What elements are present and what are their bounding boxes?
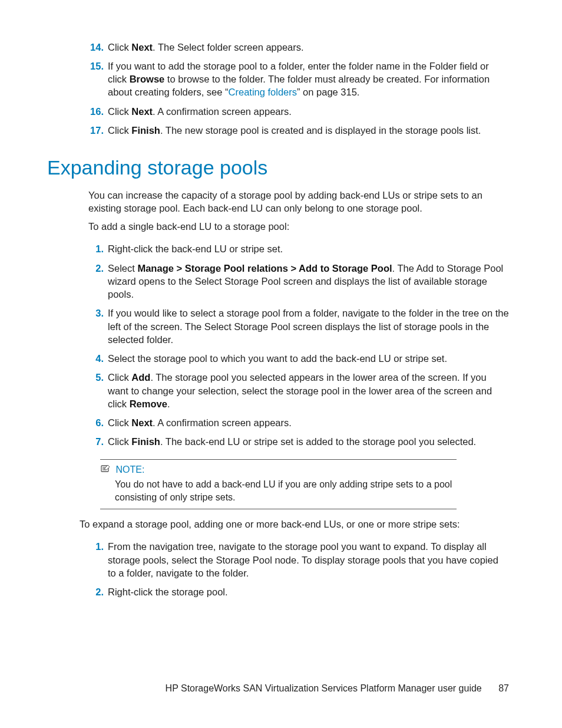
step-number: 7. [88,435,104,448]
step-number: 16. [88,105,104,118]
step-number: 4. [88,352,104,365]
step-number: 5. [88,371,104,384]
step-text: If you would like to select a storage po… [108,308,509,345]
note-rule-bottom [100,509,457,509]
step-5: 5. Click Add. The storage pool you selec… [88,371,509,410]
intro-paragraph-1: You can increase the capacity of a stora… [88,189,509,215]
step-3: 3. If you would like to select a storage… [88,307,509,346]
step-17: 17. Click Finish. The new storage pool i… [88,124,509,137]
step-14: 14. Click Next. The Select folder screen… [88,41,509,54]
note-icon [100,463,111,476]
step-number: 3. [88,307,104,319]
step-text: Select Manage > Storage Pool relations >… [108,263,503,300]
footer-title: HP StorageWorks SAN Virtualization Servi… [166,683,482,693]
step-text: Click Finish. The new storage pool is cr… [108,125,481,136]
step-number: 15. [88,60,104,73]
steps-add-lu: 1. Right-click the back-end LU or stripe… [88,242,509,448]
step-number: 1. [88,540,104,553]
page-number: 87 [498,682,509,695]
step-text: Right-click the storage pool. [108,587,228,597]
steps-top: 14. Click Next. The Select folder screen… [88,41,509,137]
step-2: 2. Select Manage > Storage Pool relation… [88,262,509,301]
step-text: Click Finish. The back-end LU or stripe … [108,436,476,447]
steps-expand: 1. From the navigation tree, navigate to… [88,540,509,598]
step-b2: 2. Right-click the storage pool. [88,585,509,598]
link-creating-folders[interactable]: Creating folders [229,87,297,97]
step-text: Click Next. A confirmation screen appear… [108,106,292,117]
step-7: 7. Click Finish. The back-end LU or stri… [88,435,509,448]
note-body: You do not have to add a back-end LU if … [115,478,457,503]
heading-expanding-storage-pools: Expanding storage pools [47,154,562,182]
step-b1: 1. From the navigation tree, navigate to… [88,540,509,579]
step-text: Click Next. The Select folder screen app… [108,42,304,52]
step-number: 1. [88,242,104,255]
step-16: 16. Click Next. A confirmation screen ap… [88,105,509,118]
step-text: Click Next. A confirmation screen appear… [108,417,292,428]
page-footer: HP StorageWorks SAN Virtualization Servi… [166,682,509,695]
step-4: 4. Select the storage pool to which you … [88,352,509,365]
note-label: NOTE: [115,465,144,475]
step-15: 15. If you want to add the storage pool … [88,60,509,99]
document-page: 14. Click Next. The Select folder screen… [0,0,562,728]
step-text: Click Add. The storage pool you selected… [108,372,492,409]
step-1: 1. Right-click the back-end LU or stripe… [88,242,509,255]
step-number: 6. [88,416,104,429]
intro-paragraph-3: To expand a storage pool, adding one or … [80,518,509,531]
step-number: 17. [88,124,104,137]
step-text: From the navigation tree, navigate to th… [108,541,498,578]
step-6: 6. Click Next. A confirmation screen app… [88,416,509,429]
step-number: 14. [88,41,104,54]
note-heading: NOTE: [100,463,457,476]
note-box: NOTE: You do not have to add a back-end … [100,459,457,509]
step-number: 2. [88,262,104,275]
step-text: Select the storage pool to which you wan… [108,353,447,364]
step-text: Right-click the back-end LU or stripe se… [108,243,283,254]
note-rule-top [100,459,457,460]
intro-paragraph-2: To add a single back-end LU to a storage… [88,220,509,233]
step-text: If you want to add the storage pool to a… [108,61,490,98]
step-number: 2. [88,585,104,598]
